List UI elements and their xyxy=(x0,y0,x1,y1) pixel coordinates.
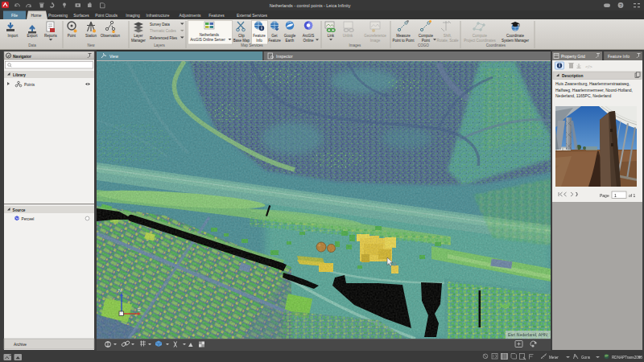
svg-text:Compute: Compute xyxy=(419,34,434,38)
svg-text:Get: Get xyxy=(271,34,278,38)
svg-text:Infrastructure: Infrastructure xyxy=(147,14,170,18)
svg-text:RDNAPTrans2008: RDNAPTrans2008 xyxy=(612,356,642,360)
svg-text:Google: Google xyxy=(284,34,296,38)
svg-text:Data: Data xyxy=(28,43,36,47)
svg-text:Clip: Clip xyxy=(238,34,245,38)
svg-text:Feature: Feature xyxy=(253,34,266,38)
svg-text:Unlink: Unlink xyxy=(343,34,353,38)
svg-text:ArcGIS: ArcGIS xyxy=(303,34,315,38)
svg-text:Inspector: Inspector xyxy=(276,54,293,59)
svg-text:Coordinate: Coordinate xyxy=(506,34,525,38)
svg-text:Referenced Files: Referenced Files xyxy=(150,36,178,40)
svg-text:Coordinates: Coordinates xyxy=(486,43,506,47)
svg-text:Property Grid: Property Grid xyxy=(561,54,585,59)
svg-text:Thematic Codes: Thematic Codes xyxy=(150,29,177,33)
svg-text:File: File xyxy=(11,14,18,18)
svg-text:Imaging: Imaging xyxy=(126,14,140,18)
svg-text:Link: Link xyxy=(328,34,335,38)
svg-text:</>: </> xyxy=(585,64,592,69)
svg-text:Nederland, 1165PC, Nederland: Nederland, 1165PC, Nederland xyxy=(555,93,612,98)
svg-text:Export: Export xyxy=(27,34,38,38)
svg-text:Adjustments: Adjustments xyxy=(180,14,201,18)
svg-text:Huis Zwanenburg, Haarlemmerstr: Huis Zwanenburg, Haarlemmerstraatweg, xyxy=(555,81,630,86)
svg-text:1: 1 xyxy=(614,193,617,198)
svg-text:Base Map: Base Map xyxy=(233,39,250,43)
svg-text:Library: Library xyxy=(13,73,26,77)
svg-text:Station: Station xyxy=(85,34,97,38)
svg-text:Layers: Layers xyxy=(154,43,165,47)
svg-text:Survey Data: Survey Data xyxy=(150,23,170,27)
svg-text:Netherlands: Netherlands xyxy=(200,33,220,37)
svg-text:Halfweg, Haarlemmermeer, Noord: Halfweg, Haarlemmermeer, Noord-Holland, xyxy=(555,88,633,93)
svg-text:Manager: Manager xyxy=(131,39,146,43)
svg-text:Point: Point xyxy=(422,39,431,43)
svg-text:Rotate, Scale: Rotate, Scale xyxy=(436,39,459,43)
svg-text:Reports: Reports xyxy=(44,34,58,38)
svg-text:COGO: COGO xyxy=(418,43,429,47)
svg-text:Processing: Processing xyxy=(48,14,68,18)
svg-text:Image: Image xyxy=(370,39,381,43)
svg-text:Home: Home xyxy=(31,14,41,18)
svg-text:Online: Online xyxy=(303,39,314,43)
svg-text:Surfaces: Surfaces xyxy=(73,14,89,18)
svg-text:Features: Features xyxy=(208,14,225,18)
svg-text:Images: Images xyxy=(349,43,362,47)
svg-text:Archive: Archive xyxy=(14,343,27,347)
svg-text:Points: Points xyxy=(24,83,35,87)
svg-text:Meter: Meter xyxy=(549,356,559,360)
svg-text:of 1: of 1 xyxy=(629,193,636,198)
svg-text:Source: Source xyxy=(13,208,26,212)
svg-text:Project Coordinates: Project Coordinates xyxy=(464,39,496,43)
svg-text:Point Clouds: Point Clouds xyxy=(95,14,118,18)
svg-text:View: View xyxy=(109,54,118,59)
svg-text:Georeference: Georeference xyxy=(364,34,386,38)
svg-text:Netherlands - control points -: Netherlands - control points - Leica Inf… xyxy=(270,3,351,8)
svg-text:System Manager: System Manager xyxy=(502,39,530,43)
svg-text:Gons: Gons xyxy=(581,356,591,360)
svg-text:Layer: Layer xyxy=(134,34,143,38)
svg-text:Page: Page xyxy=(600,193,609,198)
svg-text:Observation: Observation xyxy=(101,34,121,38)
svg-text:Shift,: Shift, xyxy=(444,34,452,38)
svg-text:New: New xyxy=(87,43,95,47)
svg-text:Perceel: Perceel xyxy=(22,217,35,221)
svg-text:Esri Nederland, AHN: Esri Nederland, AHN xyxy=(508,332,547,337)
svg-text:Point: Point xyxy=(68,34,76,38)
svg-text:Import: Import xyxy=(8,34,19,38)
svg-text:Map Services: Map Services xyxy=(241,43,263,47)
svg-text:Feature Info: Feature Info xyxy=(608,54,630,59)
svg-text:Navigator: Navigator xyxy=(13,54,31,59)
svg-text:Earth: Earth xyxy=(286,39,295,43)
svg-text:Info: Info xyxy=(256,39,262,43)
svg-text:Feature: Feature xyxy=(268,39,281,43)
svg-text:External Services: External Services xyxy=(237,14,268,18)
svg-text:Measure: Measure xyxy=(396,34,411,38)
svg-text:ArcGIS Online Server: ArcGIS Online Server xyxy=(190,38,225,42)
svg-text:Compute: Compute xyxy=(473,34,488,38)
svg-text:Description: Description xyxy=(562,74,583,78)
svg-text:Point to Point: Point to Point xyxy=(393,39,415,43)
